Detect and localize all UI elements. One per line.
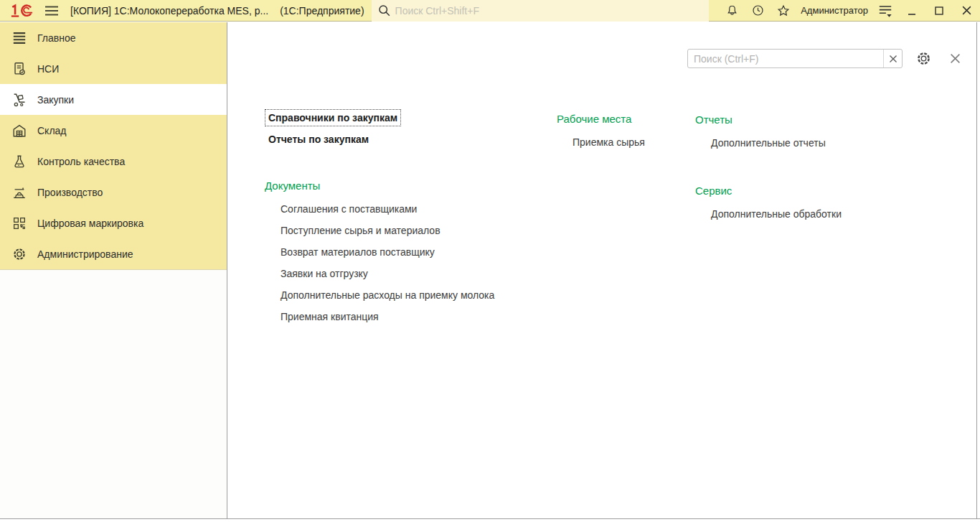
window-bottom-border (0, 518, 980, 519)
sections-menu: Главное НСИ (0, 22, 227, 270)
sidebar-item-label: Производство (37, 187, 103, 198)
clear-icon (889, 55, 897, 63)
gear-icon (10, 246, 29, 263)
bell-icon (725, 4, 739, 18)
favorites-button[interactable] (771, 0, 796, 22)
clear-search-button[interactable] (883, 50, 902, 67)
sidebar-item-sklad[interactable]: Склад (0, 115, 227, 146)
minimize-button[interactable] (898, 0, 925, 22)
sidebar-item-label: Закупки (37, 94, 74, 106)
1c-logo-icon (10, 3, 33, 19)
list-item[interactable]: Дополнительные обработки (711, 203, 925, 225)
service-menu-button[interactable] (872, 0, 898, 22)
app-name-label: (1С:Предприятие) (280, 5, 364, 17)
sidebar-item-label: НСИ (37, 63, 59, 75)
sidebar-item-label: Контроль качества (37, 156, 125, 167)
sidebar-item-label: Администрирование (37, 248, 133, 260)
service-menu-icon (877, 4, 893, 18)
warehouse-icon (10, 122, 29, 139)
minimize-icon (907, 6, 917, 16)
column-reports-service: Отчеты Дополнительные отчеты Сервис Допо… (695, 113, 925, 225)
command-otchety-po-zakupkam[interactable]: Отчеты по закупкам (265, 131, 372, 148)
maximize-button[interactable] (925, 0, 953, 22)
panel-search-input[interactable] (688, 50, 883, 67)
sidebar-item-glavnoe[interactable]: Главное (0, 22, 227, 53)
list-item[interactable]: Заявки на отгрузку (281, 263, 545, 284)
list-item[interactable]: Приемная квитанция (281, 306, 545, 327)
notifications-button[interactable] (719, 0, 745, 22)
sections-sidebar: Главное НСИ (0, 22, 227, 518)
sidebar-item-administrirovanie[interactable]: Администрирование (0, 238, 227, 269)
command-spravochniki-po-zakupkam[interactable]: Справочники по закупкам (265, 109, 401, 126)
machine-icon (10, 184, 29, 201)
service-list: Дополнительные обработки (695, 203, 925, 225)
panel-toolbar (687, 49, 963, 68)
section-title-workplaces[interactable]: Рабочие места (557, 113, 631, 125)
sidebar-item-label: Склад (37, 125, 67, 136)
sidebar-item-label: Цифровая маркировка (37, 218, 143, 229)
section-title-reports[interactable]: Отчеты (695, 113, 732, 126)
close-icon (961, 5, 972, 16)
maximize-icon (934, 6, 944, 16)
history-button[interactable] (745, 0, 771, 22)
panel-search (687, 49, 903, 68)
hamburger-menu-icon[interactable] (43, 2, 60, 19)
close-window-button[interactable] (953, 0, 980, 22)
function-menu-panel: Справочники по закупкам Отчеты по закупк… (227, 22, 977, 518)
sidebar-item-zakupki[interactable]: Закупки (0, 84, 227, 115)
section-title-documents[interactable]: Документы (265, 180, 320, 192)
app-window: [КОПИЯ] 1С:Молокопереработка MES, р... (… (0, 0, 980, 522)
star-icon (776, 4, 791, 18)
list-item[interactable]: Приемка сырья (573, 131, 693, 153)
list-item[interactable]: Дополнительные отчеты (711, 132, 925, 154)
list-item[interactable]: Дополнительные расходы на приемку молока (281, 284, 545, 306)
sidebar-item-label: Главное (37, 32, 76, 44)
search-icon (377, 4, 391, 17)
column-workplaces: Рабочие места Приемка сырья (557, 113, 693, 153)
sidebar-item-kontrol-kachestva[interactable]: Контроль качества (0, 146, 227, 177)
reports-list: Дополнительные отчеты (695, 132, 925, 154)
document-check-icon (10, 60, 29, 78)
flask-icon (10, 153, 29, 170)
column-commands-documents: Справочники по закупкам Отчеты по закупк… (265, 109, 545, 327)
close-panel-button[interactable] (947, 51, 963, 67)
section-title-service[interactable]: Сервис (695, 185, 732, 197)
workplaces-list: Приемка сырья (557, 131, 693, 153)
documents-list: Соглашения с поставщиками Поступление сы… (265, 198, 545, 327)
gear-icon (915, 50, 932, 67)
sidebar-item-tsifrovaya-markirovka[interactable]: Цифровая маркировка (0, 208, 227, 238)
current-user[interactable]: Администратор (801, 5, 868, 16)
window-title: [КОПИЯ] 1С:Молокопереработка MES, р... (70, 5, 268, 17)
history-icon (751, 4, 765, 17)
list-item[interactable]: Поступление сырья и материалов (281, 220, 545, 241)
qr-code-icon (10, 215, 29, 232)
list-item[interactable]: Соглашения с поставщиками (281, 198, 545, 220)
global-search-input[interactable] (395, 5, 710, 17)
sidebar-item-nsi[interactable]: НСИ (0, 53, 227, 84)
settings-button[interactable] (915, 50, 932, 67)
close-icon (950, 53, 961, 64)
list-item[interactable]: Возврат материалов поставщику (281, 241, 545, 263)
topbar: [КОПИЯ] 1С:Молокопереработка MES, р... (… (0, 0, 980, 22)
global-search[interactable] (372, 0, 710, 22)
sidebar-item-proizvodstvo[interactable]: Производство (0, 177, 227, 208)
menu-lines-icon (10, 29, 29, 47)
hand-truck-icon (10, 91, 29, 108)
